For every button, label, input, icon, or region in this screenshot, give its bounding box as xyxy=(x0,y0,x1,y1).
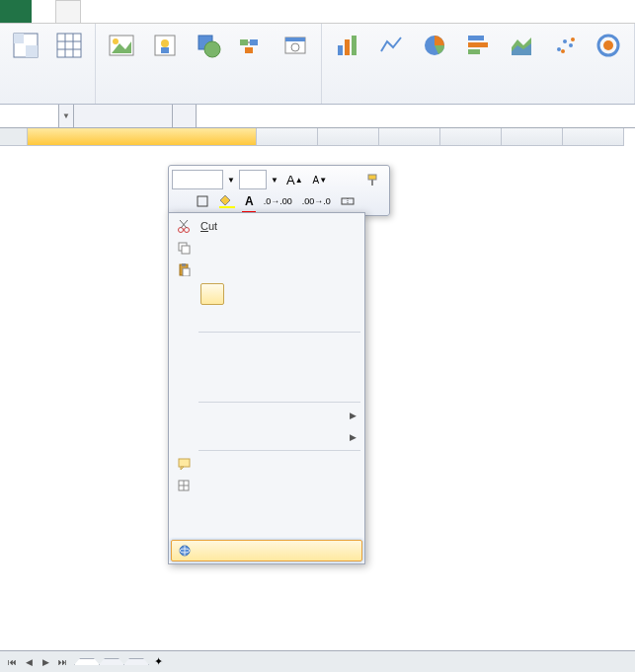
svg-rect-16 xyxy=(240,39,248,45)
tab-insert[interactable] xyxy=(55,0,81,23)
svg-rect-40 xyxy=(198,196,207,206)
bar-chart-button[interactable] xyxy=(458,28,498,100)
font-color-button[interactable]: A xyxy=(241,191,258,211)
paste-option-keep-text[interactable] xyxy=(200,283,224,305)
menu-format-cells[interactable] xyxy=(171,475,362,496)
colhead-F[interactable] xyxy=(502,128,563,146)
picture-button[interactable] xyxy=(102,28,141,100)
screenshot-icon xyxy=(279,30,311,61)
border-button[interactable] xyxy=(192,191,213,211)
currency-button[interactable] xyxy=(333,170,341,189)
svg-point-37 xyxy=(603,40,613,50)
tab-review[interactable] xyxy=(152,0,176,23)
colhead-C[interactable] xyxy=(318,128,379,146)
paste-icon xyxy=(175,261,193,278)
line-chart-button[interactable] xyxy=(371,28,411,100)
shapes-button[interactable] xyxy=(189,28,228,100)
sheet-tab-bar: ⏮ ◀ ▶ ⏭ ✦ xyxy=(0,650,635,672)
svg-rect-3 xyxy=(57,34,81,57)
sheet-nav-last[interactable]: ⏭ xyxy=(54,654,70,670)
menu-cut[interactable]: Cut xyxy=(171,215,362,237)
select-all-corner[interactable] xyxy=(0,128,28,146)
menu-sort[interactable]: ▶ xyxy=(171,426,362,448)
scatter-chart-button[interactable] xyxy=(545,28,585,100)
sheet-nav-next[interactable]: ▶ xyxy=(38,654,53,670)
tab-home[interactable] xyxy=(32,0,55,23)
menu-hyperlink[interactable] xyxy=(171,540,362,561)
colhead-G[interactable] xyxy=(563,128,624,146)
column-chart-button[interactable] xyxy=(328,28,367,100)
svg-point-46 xyxy=(179,228,184,233)
menu-delete[interactable] xyxy=(171,356,362,378)
font-name-dropdown[interactable]: ▼ xyxy=(225,170,237,189)
svg-rect-26 xyxy=(468,36,484,40)
sheet-tab-3[interactable] xyxy=(123,658,149,665)
format-cells-icon xyxy=(175,477,193,494)
svg-point-35 xyxy=(571,37,575,41)
decrease-decimal-button[interactable]: .00→.0 xyxy=(298,191,335,211)
colhead-D[interactable] xyxy=(379,128,440,146)
pie-chart-icon xyxy=(419,30,450,61)
clipart-button[interactable] xyxy=(145,28,185,100)
font-name-select[interactable] xyxy=(172,170,223,189)
shrink-font-button[interactable]: A▼ xyxy=(309,170,332,189)
colhead-B[interactable] xyxy=(257,128,318,146)
menu-clear-contents[interactable] xyxy=(171,378,362,400)
tab-data[interactable] xyxy=(128,0,152,23)
fill-color-button[interactable] xyxy=(215,191,239,211)
menu-insert[interactable] xyxy=(171,335,362,356)
menu-separator xyxy=(198,402,360,403)
svg-rect-23 xyxy=(345,39,350,55)
bold-button[interactable] xyxy=(172,191,180,211)
menu-pick-list[interactable] xyxy=(171,496,362,518)
font-size-dropdown[interactable]: ▼ xyxy=(269,170,280,189)
new-sheet-button[interactable]: ✦ xyxy=(148,655,168,668)
formula-input[interactable] xyxy=(197,105,635,127)
screenshot-button[interactable] xyxy=(276,28,315,100)
svg-point-47 xyxy=(185,228,190,233)
grow-font-button[interactable]: A▲ xyxy=(282,170,307,189)
merge-button[interactable] xyxy=(337,191,358,211)
percent-button[interactable] xyxy=(343,170,351,189)
comma-button[interactable] xyxy=(353,170,360,189)
tab-file[interactable] xyxy=(0,0,32,23)
pie-chart-button[interactable] xyxy=(415,28,454,100)
svg-marker-56 xyxy=(181,467,184,470)
area-chart-button[interactable] xyxy=(502,28,541,100)
fx-button[interactable] xyxy=(173,105,197,127)
sheet-tab-2[interactable] xyxy=(99,658,124,665)
menu-filter[interactable]: ▶ xyxy=(171,405,362,426)
svg-line-48 xyxy=(181,220,188,228)
menu-insert-comment[interactable] xyxy=(171,453,362,475)
menu-paste-special[interactable] xyxy=(171,308,362,330)
tab-pagelayout[interactable] xyxy=(81,0,105,23)
mini-toolbar: ▼ ▼ A▲ A▼ A .0→.00 .00→.0 xyxy=(168,165,390,216)
sheet-nav-first[interactable]: ⏮ xyxy=(4,654,20,670)
colhead-E[interactable] xyxy=(440,128,502,146)
font-size-select[interactable] xyxy=(239,170,267,189)
line-chart-icon xyxy=(375,30,407,61)
increase-decimal-button[interactable]: .0→.00 xyxy=(260,191,296,211)
format-painter-button[interactable] xyxy=(362,170,384,189)
other-chart-button[interactable] xyxy=(589,28,628,100)
submenu-arrow-icon: ▶ xyxy=(350,411,357,420)
svg-point-32 xyxy=(563,39,567,43)
tab-acrobat[interactable] xyxy=(199,0,223,23)
tab-view[interactable] xyxy=(176,0,199,23)
area-chart-icon xyxy=(506,30,537,61)
colhead-A[interactable] xyxy=(28,128,257,146)
sheet-tab-1[interactable] xyxy=(74,658,100,665)
menu-copy[interactable] xyxy=(171,237,362,259)
tab-formulas[interactable] xyxy=(105,0,128,23)
smartart-button[interactable] xyxy=(232,28,272,100)
cut-icon xyxy=(175,217,193,235)
name-box-dropdown[interactable]: ▼ xyxy=(59,105,74,127)
column-chart-icon xyxy=(332,30,363,61)
table-button[interactable] xyxy=(49,28,89,100)
name-box[interactable] xyxy=(0,105,59,127)
sheet-nav-prev[interactable]: ◀ xyxy=(21,654,37,670)
menu-define-name[interactable] xyxy=(171,518,362,540)
ribbon xyxy=(0,24,635,105)
italic-button[interactable] xyxy=(182,191,190,211)
pivottable-button[interactable] xyxy=(6,28,45,100)
